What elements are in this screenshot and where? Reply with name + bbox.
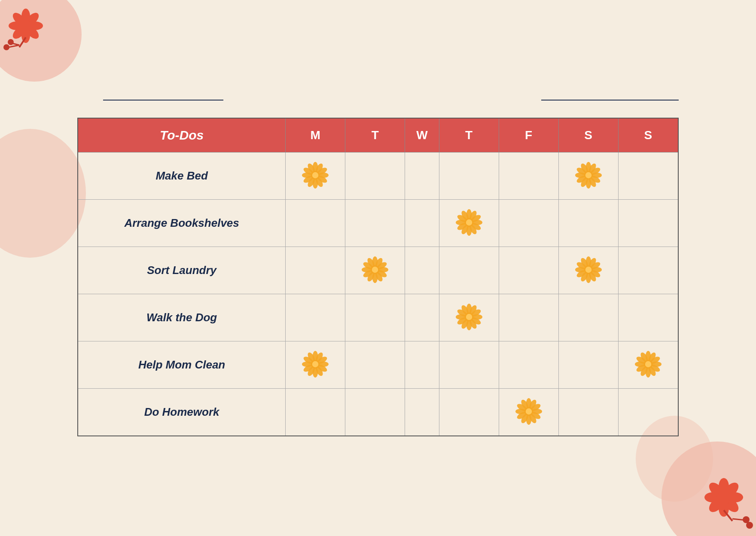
flower-icon: [515, 398, 542, 425]
day-cell: [499, 341, 558, 389]
day-cell: [618, 389, 678, 436]
svg-point-55: [585, 172, 591, 178]
table-row: Do Homework: [78, 389, 678, 436]
day-cell: [405, 294, 439, 341]
task-name: Do Homework: [144, 405, 219, 418]
task-cell: Walk the Dog: [78, 294, 286, 341]
reward-table: To-Dos M T W T F S S Make Bed: [77, 118, 679, 436]
flower-icon: [575, 256, 602, 283]
task-name: Make Bed: [155, 169, 207, 182]
table-row: Walk the Dog: [78, 294, 678, 341]
day-cell: [345, 152, 405, 200]
table-row: Arrange Bookshelves: [78, 200, 678, 247]
day-cell: [439, 200, 499, 247]
day-cell: [439, 247, 499, 294]
day-cell: [405, 200, 439, 247]
flower-icon: [635, 351, 662, 378]
day-cell: [405, 341, 439, 389]
day-cell: [286, 389, 345, 436]
svg-point-125: [312, 361, 318, 367]
task-cell: Arrange Bookshelves: [78, 200, 286, 247]
col-header-thu: T: [439, 118, 499, 152]
table-header-row: To-Dos M T W T F S S: [78, 118, 678, 152]
day-cell: [345, 341, 405, 389]
day-cell: [286, 341, 345, 389]
task-cell: Sort Laundry: [78, 247, 286, 294]
day-cell: [499, 152, 558, 200]
day-cell: [286, 247, 345, 294]
day-cell: [499, 389, 558, 436]
day-cell: [558, 389, 618, 436]
day-cell: [558, 341, 618, 389]
day-cell: [439, 389, 499, 436]
reward-line: [541, 100, 679, 100]
day-cell: [558, 294, 618, 341]
flower-icon: [302, 162, 329, 189]
day-cell: [405, 389, 439, 436]
day-cell: [345, 200, 405, 247]
col-header-mon: M: [286, 118, 345, 152]
main-content: To-Dos M T W T F S S Make Bed: [0, 0, 756, 536]
day-cell: [499, 200, 558, 247]
day-cell: [558, 200, 618, 247]
day-cell: [558, 247, 618, 294]
flower-icon: [362, 256, 388, 283]
day-cell: [618, 200, 678, 247]
svg-point-97: [585, 267, 591, 273]
col-header-tue: T: [345, 118, 405, 152]
day-cell: [345, 389, 405, 436]
day-cell: [618, 294, 678, 341]
col-header-sat: S: [558, 118, 618, 152]
task-cell: Do Homework: [78, 389, 286, 436]
table-row: Make Bed: [78, 152, 678, 200]
day-cell: [499, 294, 558, 341]
day-cell: [286, 294, 345, 341]
col-header-fri: F: [499, 118, 558, 152]
day-cell: [286, 152, 345, 200]
svg-point-69: [466, 219, 472, 225]
header-row: [77, 100, 679, 100]
svg-point-153: [525, 408, 531, 414]
day-cell: [439, 294, 499, 341]
day-cell: [618, 152, 678, 200]
flower-icon: [456, 304, 482, 330]
day-cell: [499, 247, 558, 294]
svg-point-41: [312, 172, 318, 178]
day-cell: [345, 294, 405, 341]
day-cell: [405, 247, 439, 294]
day-cell: [439, 152, 499, 200]
task-name: Walk the Dog: [146, 311, 217, 324]
col-header-sun: S: [618, 118, 678, 152]
flower-icon: [456, 209, 482, 236]
day-cell: [439, 341, 499, 389]
table-row: Sort Laundry: [78, 247, 678, 294]
day-cell: [618, 247, 678, 294]
flower-icon: [575, 162, 602, 189]
svg-point-139: [645, 361, 651, 367]
col-header-todos: To-Dos: [78, 118, 286, 152]
flower-icon: [302, 351, 329, 378]
day-cell: [286, 200, 345, 247]
day-cell: [405, 152, 439, 200]
svg-point-83: [372, 267, 378, 273]
task-cell: Make Bed: [78, 152, 286, 200]
svg-point-111: [466, 314, 472, 320]
col-header-wed: W: [405, 118, 439, 152]
task-cell: Help Mom Clean: [78, 341, 286, 389]
day-cell: [345, 247, 405, 294]
task-name: Sort Laundry: [147, 264, 216, 277]
table-row: Help Mom Clean: [78, 341, 678, 389]
day-cell: [618, 341, 678, 389]
day-cell: [558, 152, 618, 200]
reward-group: [533, 100, 679, 100]
task-name: Arrange Bookshelves: [124, 216, 239, 229]
task-name: Help Mom Clean: [138, 358, 225, 371]
belongs-to-line: [103, 100, 223, 100]
